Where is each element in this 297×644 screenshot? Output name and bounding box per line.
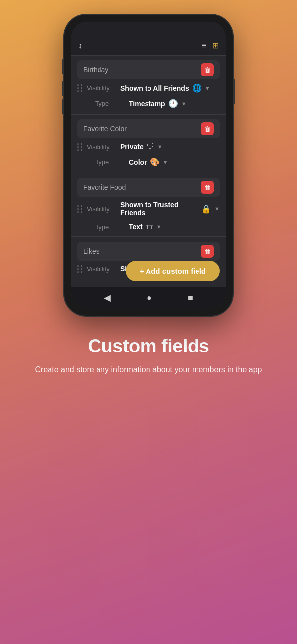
top-toolbar: ↕ ≡ ⊞ [71, 36, 226, 56]
visibility-value-birthday: Shown to All Friends [120, 84, 189, 92]
visibility-value-row-favorite-color[interactable]: Private 🛡 ▼ [120, 142, 220, 151]
type-value-favorite-color: Color [129, 158, 147, 166]
field-name-likes: Likes 🗑 [77, 242, 220, 261]
type-row-favorite-color: Type Color 🎨 ▼ [71, 155, 226, 172]
visibility-row-likes: Visibility Shown to Al... + Add custom f… [71, 261, 226, 275]
bottom-heading: Custom fields [35, 336, 262, 357]
drag-handle-likes[interactable] [77, 265, 83, 273]
type-value-favorite-food: Text [129, 223, 143, 231]
visibility-label-favorite-color: Visibility [87, 143, 116, 151]
type-value-birthday: Timestamp [129, 100, 165, 108]
bottom-nav: ◀ ● ■ [71, 287, 226, 309]
visibility-label-likes: Visibility [87, 265, 116, 273]
lock-icon-favorite-food: 🔒 [201, 204, 211, 214]
delete-birthday-button[interactable]: 🗑 [201, 63, 214, 76]
delete-favorite-food-button[interactable]: 🗑 [201, 181, 214, 194]
field-name-favorite-color-text: Favorite Color [83, 125, 127, 133]
shield-icon-favorite-color: 🛡 [147, 142, 154, 151]
add-custom-field-button[interactable]: + Add custom field [126, 261, 220, 281]
field-name-birthday: Birthday 🗑 [77, 60, 220, 79]
recents-button[interactable]: ■ [188, 293, 193, 303]
back-button[interactable]: ◀ [104, 293, 111, 303]
type-value-row-favorite-food[interactable]: Text Tᴛ ▼ [129, 223, 220, 231]
type-row-favorite-food: Type Text Tᴛ ▼ [71, 221, 226, 235]
dropdown-birthday-visibility[interactable]: ▼ [205, 85, 210, 91]
dropdown-birthday-type[interactable]: ▼ [181, 101, 187, 107]
field-group-likes: Likes 🗑 Visibility Shown to Al... [71, 242, 226, 287]
home-button[interactable]: ● [147, 293, 152, 303]
visibility-row-favorite-color: Visibility Private 🛡 ▼ [71, 138, 226, 155]
field-name-favorite-food-text: Favorite Food [83, 183, 126, 191]
visibility-value-favorite-color: Private [120, 143, 144, 151]
visibility-label-favorite-food: Visibility [87, 205, 116, 213]
delete-favorite-color-button[interactable]: 🗑 [201, 122, 214, 135]
type-icon-favorite-food: Tᴛ [146, 223, 153, 231]
field-group-favorite-color: Favorite Color 🗑 Visibility Private 🛡 [71, 119, 226, 173]
dropdown-favorite-food-visibility[interactable]: ▼ [214, 206, 220, 212]
field-group-birthday: Birthday 🗑 Visibility Shown to All Frien… [71, 60, 226, 115]
type-icon-birthday: 🕐 [168, 99, 178, 108]
type-icon-favorite-color: 🎨 [150, 157, 160, 167]
delete-likes-button[interactable]: 🗑 [201, 245, 214, 258]
type-label-birthday: Type [95, 100, 125, 107]
bottom-section: Custom fields Create and store any infor… [20, 316, 277, 396]
dropdown-favorite-food-type[interactable]: ▼ [156, 224, 162, 230]
screen-content: Birthday 🗑 Visibility Shown to All Frien… [71, 60, 226, 309]
phone-screen: ↕ ≡ ⊞ Birthday 🗑 [71, 22, 226, 309]
globe-icon-birthday: 🌐 [192, 83, 202, 93]
visibility-value-favorite-food: Shown to Trusted Friends [120, 201, 198, 217]
phone-shell: ↕ ≡ ⊞ Birthday 🗑 [64, 15, 233, 316]
field-name-favorite-food: Favorite Food 🗑 [77, 178, 220, 197]
drag-handle-favorite-color[interactable] [77, 143, 83, 151]
bottom-description: Create and store any information about y… [35, 364, 262, 376]
grid-icon[interactable]: ⊞ [212, 41, 219, 50]
fields-list: Birthday 🗑 Visibility Shown to All Frien… [71, 60, 226, 287]
type-value-row-favorite-color[interactable]: Color 🎨 ▼ [129, 157, 220, 167]
visibility-label-birthday: Visibility [87, 84, 116, 92]
type-label-favorite-food: Type [95, 223, 125, 231]
field-name-likes-text: Likes [83, 247, 99, 255]
type-label-favorite-color: Type [95, 158, 125, 166]
visibility-value-row-birthday[interactable]: Shown to All Friends 🌐 ▼ [120, 83, 220, 93]
field-name-favorite-color: Favorite Color 🗑 [77, 119, 220, 138]
visibility-row-favorite-food: Visibility Shown to Trusted Friends 🔒 ▼ [71, 197, 226, 221]
visibility-value-row-favorite-food[interactable]: Shown to Trusted Friends 🔒 ▼ [120, 201, 220, 217]
field-group-favorite-food: Favorite Food 🗑 Visibility Shown to Trus… [71, 178, 226, 237]
dropdown-favorite-color-visibility[interactable]: ▼ [157, 144, 163, 150]
type-row-birthday: Type Timestamp 🕐 ▼ [71, 97, 226, 113]
drag-handle-favorite-food[interactable] [77, 205, 83, 213]
field-name-birthday-text: Birthday [83, 66, 108, 74]
menu-icon[interactable]: ≡ [202, 41, 206, 50]
status-bar [71, 22, 226, 36]
sort-icon[interactable]: ↕ [78, 41, 82, 50]
visibility-row-birthday: Visibility Shown to All Friends 🌐 ▼ [71, 79, 226, 97]
toolbar-right: ≡ ⊞ [202, 41, 219, 50]
type-value-row-birthday[interactable]: Timestamp 🕐 ▼ [129, 99, 220, 108]
drag-handle-birthday[interactable] [77, 84, 83, 92]
dropdown-favorite-color-type[interactable]: ▼ [163, 159, 168, 165]
